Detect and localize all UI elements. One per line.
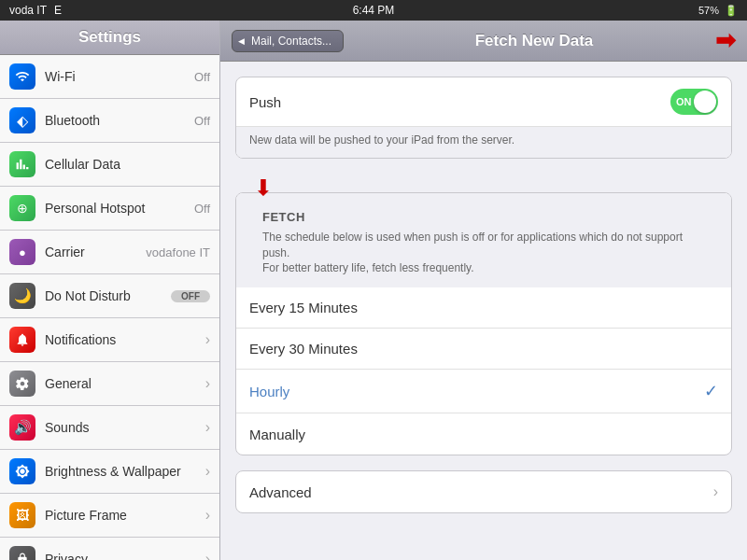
hotspot-label: Personal Hotspot — [45, 201, 194, 216]
fetch-hourly-label: Hourly — [249, 384, 704, 399]
privacy-arrow: › — [205, 551, 210, 560]
bt-label: Bluetooth — [45, 113, 194, 128]
brightness-arrow: › — [205, 463, 210, 480]
notifications-arrow: › — [205, 331, 210, 348]
general-icon — [9, 371, 35, 397]
battery-icon: 🔋 — [725, 5, 738, 17]
sidebar-item-general[interactable]: General › — [0, 362, 219, 406]
fetch-option-manually[interactable]: Manually — [236, 413, 731, 455]
fetch-option-30min[interactable]: Every 30 Minutes — [236, 329, 731, 370]
fetch-hourly-checkmark: ✓ — [704, 381, 718, 401]
sidebar-item-dnd[interactable]: 🌙 Do Not Disturb OFF — [0, 274, 219, 318]
notifications-icon — [9, 327, 35, 353]
push-toggle[interactable]: ON — [670, 89, 718, 115]
header-red-arrow: ➡ — [715, 26, 736, 55]
sidebar-item-hotspot[interactable]: ⊕ Personal Hotspot Off — [0, 187, 219, 231]
push-label: Push — [249, 94, 670, 110]
sidebar-item-brightness[interactable]: Brightness & Wallpaper › — [0, 450, 219, 494]
carrier-icon: ● — [9, 239, 35, 265]
sidebar-item-notifications[interactable]: Notifications › — [0, 318, 219, 362]
sidebar-item-picture[interactable]: 🖼 Picture Frame › — [0, 494, 219, 538]
fetch-header-area: Fetch The schedule below is used when pu… — [236, 193, 731, 287]
sidebar: Settings Wi-Fi Off ⬖ Bluetooth Off Cellu… — [0, 21, 220, 560]
fetch-15min-label: Every 15 Minutes — [249, 300, 718, 315]
advanced-label: Advanced — [249, 484, 710, 500]
fetch-description: The schedule below is used when push is … — [249, 228, 718, 286]
fetch-section-header: Fetch — [249, 203, 718, 228]
sidebar-item-wifi[interactable]: Wi-Fi Off — [0, 55, 219, 99]
push-description: New data will be pushed to your iPad fro… — [236, 127, 731, 158]
sidebar-item-carrier[interactable]: ● Carrier vodafone IT — [0, 231, 219, 274]
picture-arrow: › — [205, 507, 210, 524]
privacy-icon — [9, 546, 35, 560]
sounds-label: Sounds — [45, 420, 202, 435]
push-row: Push ON — [236, 77, 731, 127]
content-body: Push ON New data will be pushed to your … — [220, 62, 747, 560]
fetch-card: Fetch The schedule below is used when pu… — [235, 192, 732, 455]
wifi-icon — [9, 63, 35, 90]
cellular-label: Cellular Data — [45, 157, 210, 172]
brightness-label: Brightness & Wallpaper — [45, 464, 202, 479]
general-arrow: › — [205, 375, 210, 392]
back-button[interactable]: Mail, Contacts... — [232, 30, 344, 52]
advanced-arrow: › — [713, 483, 718, 500]
content-area: Mail, Contacts... Fetch New Data ➡ Push … — [220, 21, 747, 560]
push-toggle-label: ON — [676, 96, 692, 107]
sidebar-title: Settings — [0, 21, 219, 55]
content-title: Fetch New Data — [353, 32, 715, 50]
status-time: 6:44 PM — [353, 4, 395, 17]
content-header: Mail, Contacts... Fetch New Data ➡ — [220, 21, 747, 62]
sidebar-item-privacy[interactable]: Privacy › — [0, 538, 219, 560]
dnd-icon: 🌙 — [9, 283, 35, 309]
picture-icon: 🖼 — [9, 502, 35, 528]
advanced-row[interactable]: Advanced › — [236, 471, 731, 512]
sidebar-item-cellular[interactable]: Cellular Data — [0, 143, 219, 187]
main-container: Settings Wi-Fi Off ⬖ Bluetooth Off Cellu… — [0, 21, 747, 560]
brightness-icon — [9, 458, 35, 484]
fetch-option-15min[interactable]: Every 15 Minutes — [236, 287, 731, 329]
dnd-toggle[interactable]: OFF — [171, 290, 210, 302]
hotspot-icon: ⊕ — [9, 195, 35, 221]
cellular-icon — [9, 151, 35, 177]
carrier-label: Carrier — [45, 245, 146, 259]
sidebar-item-sounds[interactable]: 🔊 Sounds › — [0, 406, 219, 450]
status-bar: voda IT E 6:44 PM 57% 🔋 — [0, 0, 747, 21]
push-toggle-knob — [694, 91, 716, 113]
advanced-card: Advanced › — [235, 470, 732, 513]
network-type: E — [54, 4, 62, 17]
privacy-label: Privacy — [45, 552, 202, 560]
fetch-option-hourly[interactable]: Hourly ✓ — [236, 370, 731, 413]
bt-value: Off — [194, 114, 210, 128]
sounds-icon: 🔊 — [9, 414, 35, 441]
sounds-arrow: › — [205, 419, 210, 436]
general-label: General — [45, 376, 202, 391]
hotspot-value: Off — [194, 202, 210, 216]
picture-label: Picture Frame — [45, 508, 202, 523]
fetch-manually-label: Manually — [249, 427, 718, 442]
notifications-label: Notifications — [45, 332, 202, 347]
red-arrow-annotation: ⬆ — [254, 174, 732, 200]
carrier-label: voda IT — [9, 4, 47, 17]
dnd-label: Do Not Disturb — [45, 288, 171, 303]
wifi-value: Off — [194, 70, 210, 84]
status-right: 57% 🔋 — [698, 5, 738, 17]
bluetooth-icon: ⬖ — [9, 107, 35, 133]
fetch-30min-label: Every 30 Minutes — [249, 341, 718, 357]
carrier-value: vodafone IT — [146, 245, 210, 259]
wifi-label: Wi-Fi — [45, 69, 194, 84]
push-card: Push ON New data will be pushed to your … — [235, 77, 732, 159]
sidebar-item-bluetooth[interactable]: ⬖ Bluetooth Off — [0, 99, 219, 143]
status-left: voda IT E — [9, 4, 62, 17]
battery-level: 57% — [698, 5, 719, 16]
